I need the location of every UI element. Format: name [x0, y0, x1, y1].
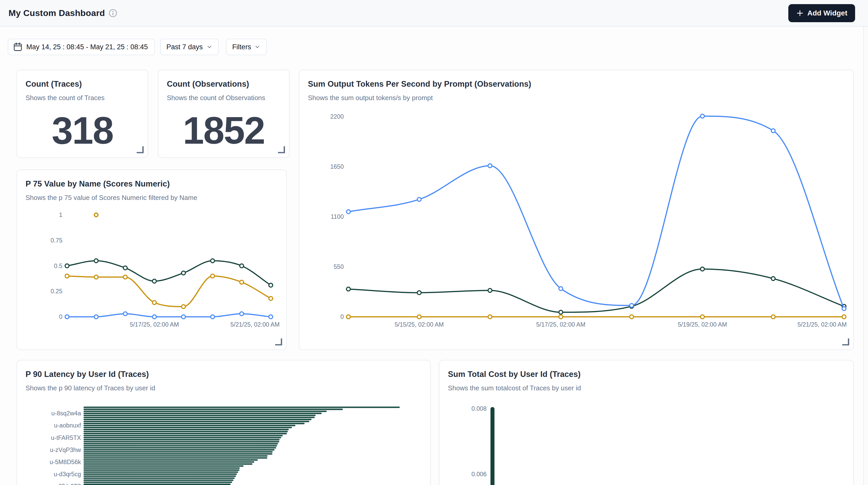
widget-card-count-observations[interactable]: Count (Observations) Shows the count of …	[158, 70, 289, 158]
range-preset-label: Past 7 days	[166, 43, 203, 51]
svg-text:5/19/25, 02:00 AM: 5/19/25, 02:00 AM	[678, 321, 727, 328]
svg-text:u-zVqP3hw: u-zVqP3hw	[50, 447, 81, 453]
filter-bar: May 14, 25 : 08:45 - May 21, 25 : 08:45 …	[8, 39, 267, 55]
chevron-down-icon	[254, 44, 260, 50]
svg-text:0.75: 0.75	[51, 237, 62, 244]
tokens-line-chart[interactable]: 05501100165022005/15/25, 02:00 AM5/17/25…	[307, 109, 849, 336]
svg-text:1: 1	[59, 212, 62, 218]
widget-subtitle: Shows the p 75 value of Scores Numeric f…	[26, 194, 197, 202]
svg-text:u-tFAR5TX: u-tFAR5TX	[51, 434, 81, 441]
svg-text:0.25: 0.25	[51, 288, 62, 295]
svg-text:u-8sq2w4a: u-8sq2w4a	[51, 410, 81, 417]
widget-title: Count (Traces)	[26, 80, 82, 89]
svg-text:0.006: 0.006	[471, 471, 487, 478]
svg-text:1100: 1100	[331, 213, 344, 220]
resize-handle-icon[interactable]	[842, 338, 849, 345]
widget-title: Count (Observations)	[167, 80, 249, 89]
svg-text:5/17/25, 02:00 AM: 5/17/25, 02:00 AM	[536, 321, 585, 328]
widget-card-p75-value[interactable]: P 75 Value by Name (Scores Numeric) Show…	[17, 170, 287, 350]
svg-text:550: 550	[334, 263, 344, 270]
calendar-icon	[13, 42, 22, 52]
widget-subtitle: Shows the count of Traces	[26, 94, 104, 102]
widget-card-count-traces[interactable]: Count (Traces) Shows the count of Traces…	[17, 70, 148, 158]
resize-handle-icon[interactable]	[137, 146, 144, 153]
page-header: My Custom Dashboard Add Widget	[0, 0, 868, 27]
add-widget-button[interactable]: Add Widget	[788, 4, 855, 22]
dashboard-page: My Custom Dashboard Add Widget May 14, 2…	[0, 0, 868, 485]
info-icon[interactable]	[108, 9, 117, 18]
scrollbar-track[interactable]	[863, 27, 868, 485]
svg-text:0: 0	[59, 313, 62, 320]
metric-value: 318	[52, 109, 113, 152]
svg-text:5/21/25, 02:00 AM: 5/21/25, 02:00 AM	[798, 321, 847, 328]
svg-text:0: 0	[340, 313, 344, 320]
p75-line-chart[interactable]: 00.250.50.7515/17/25, 02:00 AM5/21/25, 0…	[22, 201, 282, 345]
filters-button[interactable]: Filters	[226, 39, 267, 55]
chevron-down-icon	[206, 44, 213, 50]
svg-text:5/21/25, 02:00 AM: 5/21/25, 02:00 AM	[230, 321, 280, 328]
filters-label: Filters	[232, 43, 251, 51]
svg-text:2200: 2200	[330, 113, 344, 120]
metric-value: 1852	[183, 109, 265, 152]
svg-text:u-8fVa9T3: u-8fVa9T3	[53, 483, 81, 485]
svg-text:u-5M8D56k: u-5M8D56k	[50, 459, 81, 465]
widget-subtitle: Shows the count of Observations	[167, 94, 265, 102]
plus-icon	[796, 9, 804, 17]
widget-card-p90-latency[interactable]: P 90 Latency by User Id (Traces) Shows t…	[17, 360, 431, 485]
resize-handle-icon[interactable]	[275, 338, 282, 345]
widget-subtitle: Shows the sum output tokens/s by prompt	[308, 94, 433, 102]
range-preset-button[interactable]: Past 7 days	[160, 39, 219, 55]
svg-text:u-aobnuxf: u-aobnuxf	[54, 422, 81, 429]
resize-handle-icon[interactable]	[278, 146, 285, 153]
svg-text:5/17/25, 02:00 AM: 5/17/25, 02:00 AM	[130, 321, 179, 328]
cost-bar-chart[interactable]: 0.0080.006	[439, 360, 854, 485]
widget-card-tokens-per-second[interactable]: Sum Output Tokens Per Second by Prompt (…	[299, 70, 854, 350]
svg-text:1650: 1650	[330, 163, 344, 170]
svg-text:0.5: 0.5	[54, 263, 62, 269]
svg-text:5/15/25, 02:00 AM: 5/15/25, 02:00 AM	[395, 321, 444, 328]
metric-container: 318	[17, 104, 148, 157]
metric-container: 1852	[158, 104, 289, 157]
widget-title: P 75 Value by Name (Scores Numeric)	[26, 179, 170, 189]
add-widget-label: Add Widget	[807, 9, 847, 17]
svg-text:0.008: 0.008	[471, 405, 487, 412]
svg-text:u-d3qr5cg: u-d3qr5cg	[54, 471, 81, 478]
widget-title: Sum Output Tokens Per Second by Prompt (…	[308, 80, 531, 89]
date-range-label: May 14, 25 : 08:45 - May 21, 25 : 08:45	[26, 43, 148, 51]
widget-card-sum-total-cost[interactable]: Sum Total Cost by User Id (Traces) Shows…	[439, 360, 854, 485]
p90-bar-chart[interactable]: u-8sq2w4au-aobnuxfu-tFAR5TXu-zVqP3hwu-5M…	[17, 360, 431, 485]
date-range-button[interactable]: May 14, 25 : 08:45 - May 21, 25 : 08:45	[8, 39, 155, 55]
page-title: My Custom Dashboard	[8, 8, 105, 18]
